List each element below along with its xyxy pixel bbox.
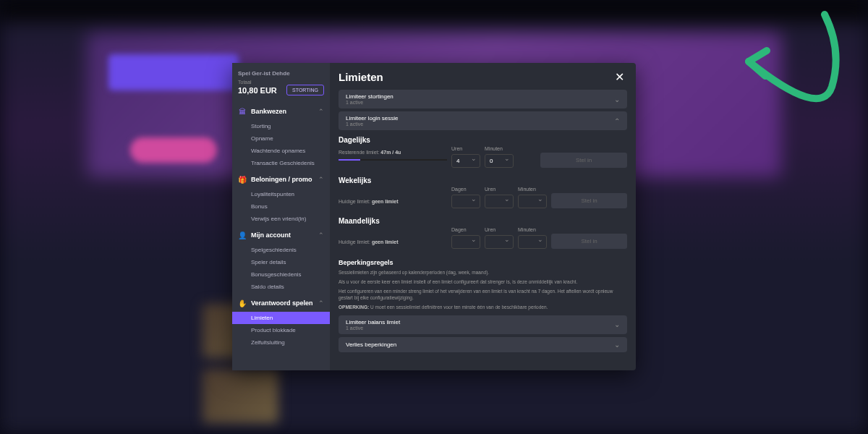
- sidebar-item-limieten[interactable]: Limieten: [232, 312, 330, 324]
- chevron-up-icon: ⌃: [318, 176, 324, 183]
- deposit-button[interactable]: STORTING: [286, 85, 324, 95]
- user-name: Spel Ger-ist Dehde: [238, 70, 324, 77]
- main-content: Limieten ✕ Limiteer stortingen 1 active …: [330, 63, 636, 370]
- daily-limit-section: Dagelijks Resterende limiet: 47m / 4u Ur…: [339, 133, 627, 174]
- sidebar-item-bonusgeschiedenis[interactable]: Bonusgeschiedenis: [232, 268, 330, 281]
- gift-icon: 🎁: [238, 175, 247, 184]
- total-label: Totaal: [238, 80, 324, 85]
- sidebar-item-spelgeschiedenis[interactable]: Spelgeschiedenis: [232, 244, 330, 256]
- chevron-up-icon: ⌃: [318, 231, 324, 239]
- sidebar-item-storting[interactable]: Storting: [232, 120, 330, 132]
- sidebar-section-responsible[interactable]: ✋ Verantwoord spelen ⌃: [232, 294, 330, 312]
- chevron-up-icon: ⌃: [614, 117, 620, 125]
- sidebar-item-wachtende[interactable]: Wachtende opnames: [232, 145, 330, 157]
- sidebar-item-zelfuitsluiting[interactable]: Zelfuitsluiting: [232, 336, 330, 349]
- balance-value: 10,80 EUR: [238, 86, 277, 95]
- user-icon: 👤: [238, 231, 247, 239]
- weekly-heading: Wekelijks: [339, 176, 627, 184]
- close-button[interactable]: ✕: [612, 70, 627, 84]
- chevron-up-icon: ⌃: [318, 299, 324, 307]
- weekly-days-select[interactable]: [451, 195, 480, 208]
- sidebar-item-loyaliteit[interactable]: Loyaliteitspunten: [232, 188, 330, 200]
- panel-deposit-limits[interactable]: Limiteer stortingen 1 active ⌄: [339, 90, 627, 109]
- hand-icon: ✋: [238, 299, 247, 307]
- bank-icon: 🏛: [238, 107, 247, 116]
- chevron-down-icon: ⌄: [614, 95, 620, 103]
- sidebar-item-transactie[interactable]: Transactie Geschiedenis: [232, 157, 330, 169]
- sidebar-item-verwijs[interactable]: Verwijs een vriend(in): [232, 213, 330, 225]
- panel-loss-limits[interactable]: Verlies beperkingen ⌄: [339, 337, 627, 352]
- weekly-limit-section: Wekelijks Huidige limiet: geen limiet Da…: [339, 174, 627, 214]
- sidebar-section-rewards[interactable]: 🎁 Beloningen / promo ⌃: [232, 171, 330, 188]
- monthly-heading: Maandelijks: [339, 217, 627, 225]
- panel-balance-limits[interactable]: Limiteer balans limiet 1 active ⌄: [339, 315, 627, 334]
- restriction-rules: Beperkingsregels Sessielimieten zijn geb…: [339, 259, 627, 311]
- weekly-minutes-select[interactable]: [518, 195, 547, 208]
- weekly-hours-select[interactable]: [485, 195, 514, 208]
- monthly-minutes-select[interactable]: [518, 235, 547, 249]
- chevron-down-icon: ⌄: [614, 320, 620, 328]
- sidebar-section-banking[interactable]: 🏛 Bankwezen ⌃: [232, 103, 330, 120]
- daily-hours-select[interactable]: 4: [451, 154, 480, 168]
- sidebar-item-saldo[interactable]: Saldo details: [232, 281, 330, 293]
- monthly-limit-section: Maandelijks Huidige limiet: geen limiet …: [339, 214, 627, 255]
- chevron-down-icon: ⌄: [614, 341, 620, 349]
- monthly-hours-select[interactable]: [485, 235, 514, 249]
- chevron-up-icon: ⌃: [318, 108, 324, 115]
- sidebar-item-opname[interactable]: Opname: [232, 132, 330, 145]
- limits-modal: Spel Ger-ist Dehde Totaal 10,80 EUR STOR…: [232, 63, 636, 370]
- daily-heading: Dagelijks: [339, 136, 627, 144]
- page-title: Limieten: [339, 71, 383, 83]
- sidebar-section-account[interactable]: 👤 Mijn account ⌃: [232, 226, 330, 244]
- daily-set-button[interactable]: Stel in: [540, 153, 627, 168]
- weekly-set-button[interactable]: Stel in: [551, 193, 627, 208]
- daily-minutes-select[interactable]: 0: [485, 154, 514, 168]
- sidebar-item-speler[interactable]: Speler details: [232, 256, 330, 268]
- monthly-set-button[interactable]: Stel in: [551, 234, 627, 249]
- daily-progress: [339, 159, 447, 161]
- panel-login-limits[interactable]: Limiteer login sessie 1 active ⌃: [339, 111, 627, 130]
- monthly-days-select[interactable]: [451, 235, 480, 249]
- sidebar-item-bonus[interactable]: Bonus: [232, 200, 330, 213]
- account-sidebar: Spel Ger-ist Dehde Totaal 10,80 EUR STOR…: [232, 63, 330, 370]
- sidebar-item-blokkade[interactable]: Product blokkade: [232, 324, 330, 336]
